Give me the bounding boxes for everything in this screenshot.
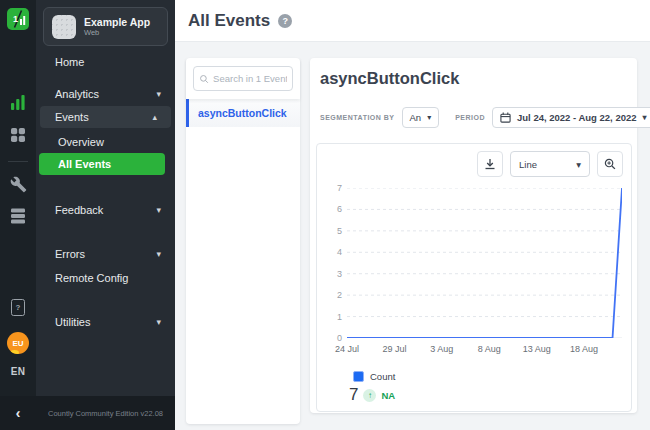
- sidebar-item-label: Analytics: [55, 88, 99, 100]
- event-title: asyncButtonClick: [320, 69, 459, 88]
- legend-count[interactable]: Count: [353, 371, 395, 382]
- line-chart-plot[interactable]: 01234567: [347, 188, 622, 338]
- chart-type-select[interactable]: Line ▾: [510, 151, 590, 177]
- app-icon: [52, 15, 76, 39]
- download-chart-button[interactable]: [477, 151, 503, 177]
- sidebar-item-all-events-active[interactable]: All Events: [39, 153, 165, 175]
- page-title: All Events: [188, 11, 270, 31]
- period-value: Jul 24, 2022 - Aug 22, 2022: [517, 112, 637, 123]
- countly-logo-icon[interactable]: 1: [0, 8, 36, 30]
- user-avatar[interactable]: EU: [0, 332, 36, 354]
- legend-swatch-blue: [353, 371, 364, 382]
- app-name: Example App: [84, 16, 150, 28]
- magnifier-plus-icon: [604, 158, 616, 170]
- segmentation-value: An: [410, 112, 422, 123]
- sidebar-item-label: Remote Config: [55, 272, 128, 284]
- sidebar-item-label: Feedback: [55, 204, 103, 216]
- chevron-down-icon: ▾: [156, 317, 161, 327]
- sidebar-footer: ‹ Countly Community Edition v22.08: [0, 396, 175, 430]
- page-header: All Events ?: [175, 0, 650, 42]
- sidebar-item-analytics[interactable]: Analytics ▾: [36, 84, 175, 104]
- legend-label: Count: [370, 371, 395, 382]
- event-list-panel: asyncButtonClick: [186, 58, 300, 424]
- management-wrench-icon[interactable]: [0, 176, 36, 193]
- sidebar-item-errors[interactable]: Errors ▾: [36, 244, 175, 264]
- language-selector[interactable]: EN: [0, 366, 36, 377]
- event-search-wrap: [186, 58, 300, 99]
- total-count: 7: [349, 385, 358, 405]
- apps-grid-icon[interactable]: [0, 127, 36, 143]
- chevron-down-icon: ▾: [156, 249, 161, 259]
- sidebar-item-label: Home: [55, 56, 84, 68]
- zoom-chart-button[interactable]: [597, 151, 623, 177]
- segmentation-label: SEGMENTATION BY: [320, 114, 395, 121]
- calendar-icon: [500, 112, 511, 123]
- sidebar-item-utilities[interactable]: Utilities ▾: [36, 312, 175, 332]
- segmentation-select[interactable]: An ▾: [402, 107, 440, 128]
- sidebar-item-events-overview[interactable]: Overview: [36, 132, 175, 152]
- search-icon: [199, 73, 209, 85]
- collapse-sidebar-button[interactable]: ‹: [0, 405, 36, 421]
- main-content: All Events ? asyncButtonClick asyncButto…: [175, 0, 650, 430]
- analytics-bars-icon[interactable]: [0, 94, 36, 110]
- x-axis-labels: 24 Jul29 Jul3 Aug8 Aug13 Aug18 Aug: [347, 344, 622, 357]
- event-detail-panel: asyncButtonClick SEGMENTATION BY An ▾ PE…: [310, 58, 637, 413]
- sidebar-item-label: All Events: [58, 158, 111, 170]
- svg-text:1: 1: [13, 14, 18, 24]
- chart-type-value: Line: [519, 159, 537, 170]
- sidebar-item-events[interactable]: Events ▴: [40, 106, 171, 128]
- period-label: PERIOD: [455, 114, 485, 121]
- sidebar-item-remote-config[interactable]: Remote Config: [36, 268, 175, 288]
- chevron-up-icon: ▴: [152, 112, 157, 122]
- help-tooltip-icon[interactable]: ?: [278, 14, 292, 28]
- version-text: Countly Community Edition v22.08: [36, 409, 175, 418]
- sidebar-item-label: Events: [55, 111, 89, 123]
- y-axis-labels: 01234567: [320, 188, 342, 338]
- chevron-down-icon: ▾: [156, 205, 161, 215]
- sidebar-item-label: Utilities: [55, 316, 90, 328]
- sidebar-item-feedback[interactable]: Feedback ▾: [36, 200, 175, 220]
- sidebar: Example App Web Home Analytics ▾ Events …: [36, 0, 175, 430]
- sidebar-item-label: Errors: [55, 248, 85, 260]
- trend-change: NA: [381, 390, 395, 401]
- event-search: [193, 66, 293, 91]
- line-chart-svg: [347, 188, 622, 338]
- chevron-down-icon: ▾: [427, 113, 431, 122]
- sidebar-item-label: Overview: [58, 136, 104, 148]
- period-date-picker[interactable]: Jul 24, 2022 - Aug 22, 2022 ▾: [492, 107, 650, 128]
- trend-up-icon: ↑: [363, 389, 376, 402]
- controls-row: SEGMENTATION BY An ▾ PERIOD Jul 24, 2022…: [320, 107, 635, 128]
- download-icon: [484, 158, 496, 170]
- app-type: Web: [84, 28, 150, 37]
- app-selector[interactable]: Example App Web: [43, 7, 168, 46]
- chevron-down-icon: ▾: [576, 159, 581, 170]
- event-list-item-selected[interactable]: asyncButtonClick: [186, 99, 300, 127]
- chart-card: Line ▾ 01234567 24 Jul29 Jul3 Aug8 Aug13…: [316, 143, 632, 412]
- sidebar-item-home[interactable]: Home: [36, 52, 175, 72]
- rail-divider: [8, 161, 28, 162]
- icon-rail: 1 ? EU EN: [0, 0, 36, 430]
- data-manager-stack-icon[interactable]: [0, 207, 36, 225]
- chart-toolbar: Line ▾: [477, 151, 623, 177]
- chevron-down-icon: ▾: [156, 89, 161, 99]
- search-input[interactable]: [213, 73, 287, 84]
- help-center-icon[interactable]: ?: [0, 299, 36, 316]
- total-summary: 7 ↑ NA: [349, 385, 395, 405]
- chevron-down-icon: ▾: [643, 113, 647, 122]
- question-doc-icon: ?: [11, 299, 25, 316]
